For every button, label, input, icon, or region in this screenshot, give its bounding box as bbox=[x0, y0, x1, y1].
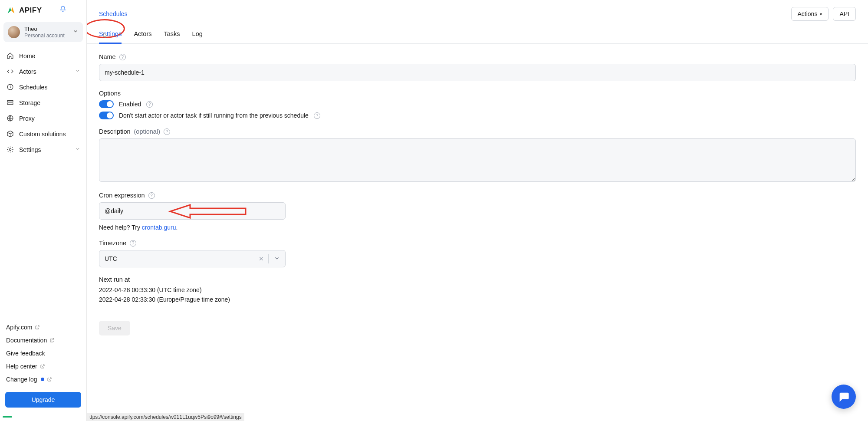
help-icon[interactable]: ? bbox=[119, 54, 126, 60]
status-bar-url: ttps://console.apify.com/schedules/w011L… bbox=[87, 413, 244, 421]
external-link-icon bbox=[47, 377, 52, 382]
sidebar-nav: Home Actors Schedules Storage Proxy bbox=[0, 46, 86, 159]
chevron-down-icon: ▾ bbox=[820, 12, 822, 16]
upgrade-button[interactable]: Upgrade bbox=[5, 392, 81, 408]
chevron-down-icon bbox=[75, 146, 80, 153]
description-textarea[interactable] bbox=[99, 138, 856, 182]
help-icon[interactable]: ? bbox=[146, 101, 153, 108]
cron-hint: Need help? Try crontab.guru. bbox=[99, 224, 856, 231]
svg-rect-2 bbox=[7, 103, 13, 105]
external-link-icon bbox=[40, 364, 45, 369]
new-dot-icon bbox=[41, 378, 44, 381]
sidebar-item-label: Proxy bbox=[19, 115, 35, 122]
external-link-icon bbox=[49, 338, 55, 343]
cron-input[interactable] bbox=[99, 202, 286, 220]
logo[interactable]: APIFY bbox=[6, 6, 42, 15]
package-icon bbox=[6, 130, 14, 138]
sidebar-item-label: Actors bbox=[19, 68, 36, 75]
account-name: Theo bbox=[24, 26, 68, 33]
home-icon bbox=[6, 52, 14, 60]
sidebar-item-label: Settings bbox=[19, 146, 41, 153]
tab-actors[interactable]: Actors bbox=[134, 30, 151, 43]
sidebar-bottom: Apify.com Documentation Give feedback He… bbox=[0, 317, 86, 421]
api-button[interactable]: API bbox=[833, 7, 856, 21]
enabled-toggle[interactable] bbox=[99, 100, 114, 108]
nextrun-label: Next run at bbox=[99, 276, 856, 283]
cron-label: Cron expression ? bbox=[99, 192, 856, 199]
breadcrumb[interactable]: Schedules bbox=[99, 10, 127, 17]
notifications-icon[interactable] bbox=[59, 5, 66, 15]
options-label: Options bbox=[99, 90, 856, 97]
link-documentation[interactable]: Documentation bbox=[0, 334, 86, 347]
name-label: Name ? bbox=[99, 53, 856, 60]
tab-log[interactable]: Log bbox=[192, 30, 203, 43]
account-sub: Personal account bbox=[24, 33, 68, 39]
sidebar-item-label: Storage bbox=[19, 99, 40, 106]
main-content: Schedules Actions ▾ API Settings Actors … bbox=[87, 0, 868, 421]
tabs: Settings Actors Tasks Log bbox=[87, 23, 868, 44]
nextrun-line-utc: 2022-04-28 00:33:30 (UTC time zone) bbox=[99, 286, 856, 295]
timezone-value: UTC bbox=[99, 255, 254, 262]
apify-logo-icon bbox=[6, 6, 16, 15]
tab-settings[interactable]: Settings bbox=[99, 30, 122, 43]
status-indicator bbox=[3, 416, 12, 418]
timezone-label: Timezone ? bbox=[99, 240, 856, 247]
globe-icon bbox=[6, 115, 14, 122]
gear-icon bbox=[6, 146, 14, 154]
actions-button[interactable]: Actions ▾ bbox=[791, 7, 829, 21]
sidebar-item-home[interactable]: Home bbox=[0, 48, 86, 64]
name-input[interactable] bbox=[99, 64, 856, 81]
tab-tasks[interactable]: Tasks bbox=[164, 30, 180, 43]
svg-rect-1 bbox=[7, 101, 13, 102]
help-icon[interactable]: ? bbox=[130, 240, 136, 247]
external-link-icon bbox=[35, 325, 40, 330]
sidebar-item-custom-solutions[interactable]: Custom solutions bbox=[0, 126, 86, 142]
save-button[interactable]: Save bbox=[99, 321, 130, 335]
brand-text: APIFY bbox=[19, 6, 42, 15]
chat-icon bbox=[838, 391, 850, 403]
description-label: Description (optional) ? bbox=[99, 128, 856, 135]
account-switcher[interactable]: Theo Personal account bbox=[3, 22, 83, 42]
sidebar-item-storage[interactable]: Storage bbox=[0, 95, 86, 111]
link-give-feedback[interactable]: Give feedback bbox=[0, 347, 86, 360]
sidebar-item-label: Home bbox=[19, 53, 35, 59]
link-help-center[interactable]: Help center bbox=[0, 360, 86, 373]
sidebar-item-schedules[interactable]: Schedules bbox=[0, 79, 86, 95]
link-change-log[interactable]: Change log bbox=[0, 373, 86, 386]
crontab-guru-link[interactable]: crontab.guru bbox=[142, 224, 176, 231]
sidebar-item-label: Custom solutions bbox=[19, 131, 66, 138]
svg-point-4 bbox=[9, 149, 11, 151]
help-icon[interactable]: ? bbox=[164, 128, 170, 135]
nextrun-line-local: 2022-04-28 02:33:30 (Europe/Prague time … bbox=[99, 295, 856, 305]
chat-fab[interactable] bbox=[832, 385, 856, 409]
no-overlap-toggle[interactable] bbox=[99, 112, 114, 119]
sidebar: APIFY Theo Personal account Home bbox=[0, 0, 87, 421]
sidebar-item-proxy[interactable]: Proxy bbox=[0, 111, 86, 126]
code-icon bbox=[6, 68, 14, 76]
sidebar-item-label: Schedules bbox=[19, 84, 47, 91]
timezone-select[interactable]: UTC ✕ bbox=[99, 250, 286, 267]
chevron-down-icon bbox=[72, 28, 79, 36]
sidebar-top: APIFY bbox=[0, 0, 86, 20]
no-overlap-label: Don't start actor or actor task if still… bbox=[119, 112, 309, 119]
enabled-label: Enabled bbox=[119, 101, 141, 108]
topbar: Schedules Actions ▾ API bbox=[87, 0, 868, 23]
help-icon[interactable]: ? bbox=[148, 192, 155, 199]
storage-icon bbox=[6, 99, 14, 107]
clear-icon[interactable]: ✕ bbox=[254, 255, 268, 262]
sidebar-item-settings[interactable]: Settings bbox=[0, 142, 86, 158]
link-apify-com[interactable]: Apify.com bbox=[0, 321, 86, 334]
clock-icon bbox=[6, 83, 14, 91]
help-icon[interactable]: ? bbox=[314, 112, 320, 119]
chevron-down-icon bbox=[75, 68, 80, 75]
avatar bbox=[8, 26, 20, 38]
sidebar-item-actors[interactable]: Actors bbox=[0, 64, 86, 79]
chevron-down-icon[interactable] bbox=[269, 255, 285, 263]
